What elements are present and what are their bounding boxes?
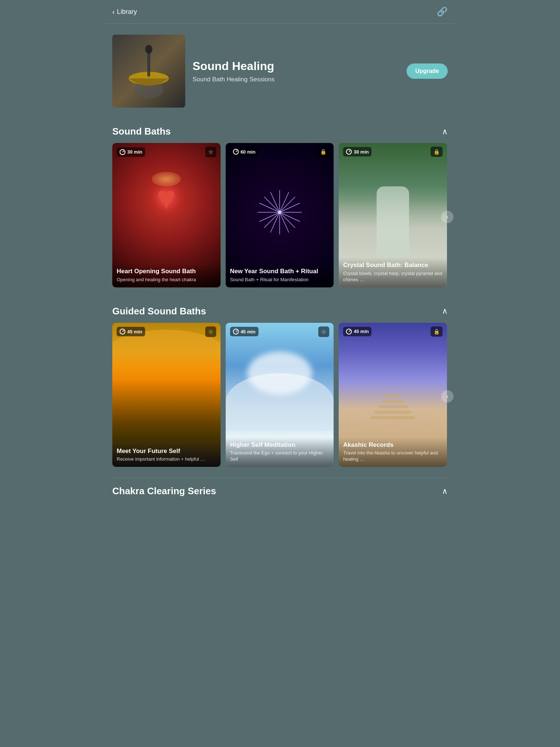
card-new-year-duration-badge: 60 min bbox=[230, 147, 258, 156]
card-higher-title: Higher Self Meditation bbox=[230, 441, 330, 449]
svg-line-9 bbox=[280, 197, 295, 212]
hero-section: Sound Healing Sound Bath Healing Session… bbox=[105, 24, 455, 119]
card-higher-top-bar: 45 min ☆ bbox=[226, 323, 334, 341]
card-higher-duration: 45 min bbox=[241, 329, 256, 334]
waterfall-stream bbox=[377, 186, 409, 259]
sound-baths-title: Sound Baths bbox=[112, 126, 171, 137]
sound-baths-header: Sound Baths ∧ bbox=[105, 119, 455, 143]
card-akashic-duration-badge: 45 min bbox=[343, 327, 372, 336]
card-heart-bottom: Heart Opening Sound Bath Opening and hea… bbox=[112, 263, 221, 287]
svg-line-13 bbox=[280, 192, 289, 212]
lock-icon-3: 🔒 bbox=[433, 329, 440, 334]
card-akashic-top-bar: 45 min 🔒 bbox=[339, 323, 447, 340]
guided-sound-baths-cards-wrapper: 45 min ☆ Meet Your Future Self Receive i… bbox=[105, 323, 455, 478]
card-heart-title: Heart Opening Sound Bath bbox=[117, 268, 216, 275]
svg-rect-21 bbox=[371, 416, 415, 419]
clock-icon-2 bbox=[233, 149, 239, 155]
firework-svg bbox=[250, 183, 309, 241]
card-new-year[interactable]: 60 min 🔒 New Year Sound Bath + Ritual So… bbox=[226, 143, 334, 287]
guided-sound-baths-cards-row: 45 min ☆ Meet Your Future Self Receive i… bbox=[112, 323, 448, 467]
card-higher-star-button[interactable]: ☆ bbox=[318, 326, 329, 337]
svg-line-12 bbox=[271, 192, 280, 212]
card-meet-star-button[interactable]: ☆ bbox=[205, 326, 216, 337]
card-heart-star-button[interactable]: ☆ bbox=[205, 147, 216, 157]
card-higher-duration-badge: 45 min bbox=[230, 327, 258, 336]
svg-point-3 bbox=[145, 45, 152, 54]
svg-line-17 bbox=[280, 203, 300, 212]
nav-bar: ‹ Library 🔗 bbox=[105, 0, 455, 24]
stairs-svg bbox=[371, 394, 415, 423]
clock-icon-6 bbox=[346, 329, 352, 334]
card-meet-bottom: Meet Your Future Self Receive important … bbox=[112, 443, 221, 467]
card-higher-bottom: Higher Self Meditation Transcend the Ego… bbox=[226, 437, 334, 467]
card-crystal-balance[interactable]: 30 min 🔒 Crystal Sound Bath: Balance Cry… bbox=[339, 143, 447, 287]
chakra-clearing-collapse-icon[interactable]: ∧ bbox=[442, 487, 448, 496]
card-heart-duration: 30 min bbox=[127, 149, 142, 155]
card-heart-duration-badge: 30 min bbox=[117, 147, 145, 157]
back-label: Library bbox=[117, 8, 137, 16]
card-meet-desc: Receive important information + helpful … bbox=[117, 456, 216, 462]
card-akashic-desc: Travel into the Akasha to uncover helpfu… bbox=[343, 450, 443, 462]
chakra-clearing-header: Chakra Clearing Series ∧ bbox=[105, 478, 455, 503]
upgrade-button[interactable]: Upgrade bbox=[407, 63, 448, 79]
card-akashic-duration: 45 min bbox=[354, 329, 369, 334]
card-heart-opening[interactable]: ♥ 30 min ☆ Heart Opening Sound Bath Open… bbox=[112, 143, 221, 287]
svg-line-14 bbox=[271, 212, 280, 232]
svg-rect-24 bbox=[382, 400, 404, 403]
card-crystal-top-bar: 30 min 🔒 bbox=[339, 143, 447, 160]
back-button[interactable]: ‹ Library bbox=[112, 8, 137, 16]
card-new-year-top-bar: 60 min 🔒 bbox=[226, 143, 334, 160]
guided-next-arrow[interactable]: › bbox=[441, 390, 454, 403]
sound-baths-collapse-icon[interactable]: ∧ bbox=[442, 127, 448, 136]
svg-line-18 bbox=[260, 212, 280, 221]
guided-sound-baths-collapse-icon[interactable]: ∧ bbox=[442, 306, 448, 316]
lock-icon-2: 🔒 bbox=[433, 149, 440, 155]
card-crystal-desc: Crystal bowls, crystal harp, crystal pyr… bbox=[343, 271, 443, 283]
clock-icon-5 bbox=[233, 329, 239, 334]
card-new-year-lock-button[interactable]: 🔒 bbox=[317, 147, 329, 157]
svg-point-20 bbox=[278, 211, 281, 214]
guided-sound-baths-header: Guided Sound Baths ∧ bbox=[105, 298, 455, 323]
card-crystal-title: Crystal Sound Bath: Balance bbox=[343, 262, 443, 269]
bowl-svg bbox=[120, 42, 178, 100]
svg-rect-23 bbox=[378, 405, 408, 408]
sound-baths-next-arrow[interactable]: › bbox=[441, 211, 454, 223]
card-new-year-duration: 60 min bbox=[241, 149, 256, 155]
hero-subtitle: Sound Bath Healing Sessions bbox=[192, 76, 399, 83]
hero-info: Sound Healing Sound Bath Healing Session… bbox=[192, 59, 399, 83]
back-arrow-icon: ‹ bbox=[112, 8, 115, 16]
svg-line-19 bbox=[280, 212, 300, 221]
svg-line-8 bbox=[264, 197, 280, 212]
card-meet-top-bar: 45 min ☆ bbox=[112, 323, 221, 341]
card-akashic-bottom: Akashic Records Travel into the Akasha t… bbox=[339, 437, 447, 467]
card-higher-desc: Transcend the Ego + connect to your High… bbox=[230, 450, 330, 462]
card-new-year-bottom: New Year Sound Bath + Ritual Sound Bath … bbox=[226, 263, 334, 287]
sound-baths-cards-wrapper: ♥ 30 min ☆ Heart Opening Sound Bath Open… bbox=[105, 143, 455, 298]
hero-title: Sound Healing bbox=[192, 59, 399, 73]
link-icon[interactable]: 🔗 bbox=[437, 7, 448, 17]
svg-rect-22 bbox=[375, 411, 411, 414]
guided-sound-baths-title: Guided Sound Baths bbox=[112, 306, 206, 317]
card-heart-top-bar: 30 min ☆ bbox=[112, 143, 221, 161]
clock-icon-3 bbox=[346, 149, 352, 155]
card-higher-self[interactable]: 45 min ☆ Higher Self Meditation Transcen… bbox=[226, 323, 334, 467]
card-crystal-duration: 30 min bbox=[354, 149, 369, 155]
chakra-clearing-title: Chakra Clearing Series bbox=[112, 485, 216, 497]
card-meet-duration: 45 min bbox=[127, 329, 142, 334]
card-meet-title: Meet Your Future Self bbox=[117, 448, 216, 455]
card-crystal-lock-button[interactable]: 🔒 bbox=[431, 147, 443, 157]
heart-glow bbox=[152, 172, 181, 186]
clock-icon bbox=[120, 149, 125, 155]
card-akashic-title: Akashic Records bbox=[343, 441, 443, 449]
hero-image bbox=[112, 35, 185, 108]
svg-line-11 bbox=[280, 212, 295, 228]
card-akashic[interactable]: 45 min 🔒 Akashic Records Travel into the… bbox=[339, 323, 447, 467]
svg-line-15 bbox=[280, 212, 289, 232]
card-meet-future-self[interactable]: 45 min ☆ Meet Your Future Self Receive i… bbox=[112, 323, 221, 467]
card-heart-desc: Opening and healing the heart chakra bbox=[117, 277, 216, 283]
card-akashic-lock-button[interactable]: 🔒 bbox=[431, 326, 443, 337]
svg-line-10 bbox=[264, 212, 280, 228]
svg-line-16 bbox=[260, 203, 280, 212]
card-new-year-title: New Year Sound Bath + Ritual bbox=[230, 268, 330, 275]
higher-mist bbox=[226, 373, 334, 431]
